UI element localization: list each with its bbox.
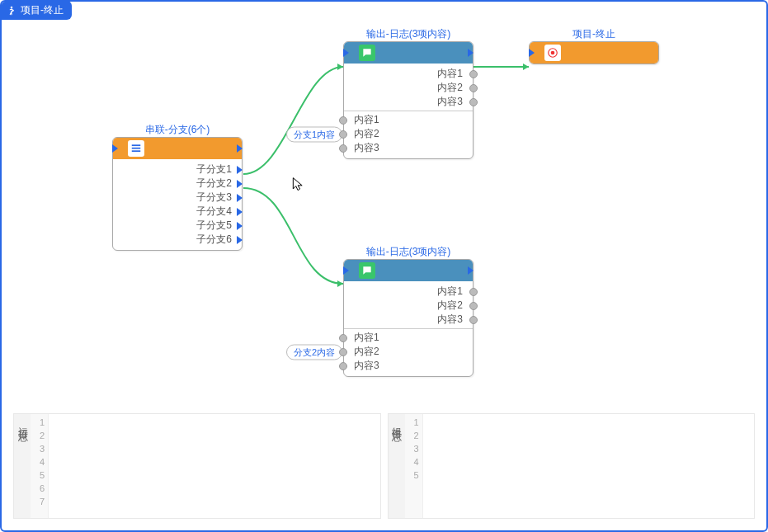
run-log-title: 运行日志 <box>14 414 31 518</box>
data-out-port[interactable] <box>469 98 478 106</box>
data-in-port[interactable] <box>339 116 347 125</box>
node-log2[interactable]: 输出-日志(3项内容) 内容1 内容2 内容3 分支2内容 内容1 内容2 内容… <box>343 259 474 377</box>
data-in-port[interactable] <box>339 362 347 370</box>
node-terminate[interactable]: 项目-终止 <box>529 41 659 64</box>
log-out-row: 内容1 <box>344 285 473 299</box>
branch-out-port[interactable] <box>237 194 243 202</box>
branch-row: 子分支2 <box>113 177 242 191</box>
node-log1-header[interactable] <box>344 42 473 64</box>
node-log1[interactable]: 输出-日志(3项内容) 内容1 内容2 内容3 分支1内容 内容1 内容2 内容… <box>343 41 474 159</box>
branch-row: 子分支6 <box>113 233 242 247</box>
log-out-row: 内容3 <box>344 313 473 327</box>
flow-out-port[interactable] <box>468 49 474 57</box>
data-out-port[interactable] <box>469 316 478 324</box>
svg-rect-5 <box>132 148 141 149</box>
log-panels: 运行日志 1 2 3 4 5 6 7 组件日志 1 2 3 4 <box>13 413 755 519</box>
data-in-port[interactable] <box>339 144 347 153</box>
data-out-port[interactable] <box>469 302 478 310</box>
branch-list-icon <box>128 140 144 157</box>
node-branch[interactable]: 串联-分支(6个) 子分支1 子分支2 子分支3 子分支4 子分支5 子分支6 <box>112 137 243 251</box>
log-in-row: 内容2 <box>344 127 473 141</box>
log-in-row: 内容1 <box>344 331 473 345</box>
svg-point-8 <box>551 51 555 55</box>
component-log-title: 组件日志 <box>389 414 405 518</box>
log-in-row: 内容1 <box>344 113 473 127</box>
log-in-row: 内容3 <box>344 359 473 373</box>
run-log-content[interactable] <box>49 414 380 518</box>
node-terminate-header[interactable] <box>530 42 658 64</box>
node-branch-title: 串联-分支(6个) <box>113 123 242 137</box>
svg-marker-1 <box>337 64 343 70</box>
log2-section-label: 分支2内容 <box>286 344 342 360</box>
svg-marker-2 <box>337 280 343 287</box>
log1-section-label: 分支1内容 <box>286 126 342 142</box>
run-person-icon <box>6 5 17 16</box>
log-out-row: 内容1 <box>344 67 473 81</box>
flow-out-port[interactable] <box>468 266 474 275</box>
component-log-panel[interactable]: 组件日志 1 2 3 4 5 <box>388 413 756 519</box>
component-log-gutter: 1 2 3 4 5 <box>405 414 423 518</box>
run-log-gutter: 1 2 3 4 5 6 7 <box>31 414 49 518</box>
branch-row: 子分支5 <box>113 219 242 233</box>
log-chat-icon <box>359 262 375 279</box>
branch-out-port[interactable] <box>237 208 243 216</box>
node-log2-header[interactable] <box>344 260 473 281</box>
data-out-port[interactable] <box>469 70 478 78</box>
branch-row: 子分支1 <box>113 162 242 177</box>
data-out-port[interactable] <box>469 288 478 296</box>
log-out-row: 内容3 <box>344 95 473 109</box>
run-log-panel[interactable]: 运行日志 1 2 3 4 5 6 7 <box>13 413 381 519</box>
flow-in-port[interactable] <box>343 266 349 275</box>
log-in-row: 内容3 <box>344 141 473 155</box>
canvas-title-text: 项目-终止 <box>21 3 64 17</box>
data-out-port[interactable] <box>469 84 478 92</box>
branch-out-port[interactable] <box>237 180 243 188</box>
node-branch-header[interactable] <box>113 138 242 159</box>
component-log-content[interactable] <box>423 414 755 518</box>
log-out-row: 内容2 <box>344 299 473 313</box>
data-in-port[interactable] <box>339 130 347 139</box>
svg-rect-6 <box>132 150 141 152</box>
branch-out-port[interactable] <box>237 236 243 244</box>
canvas-title-tab: 项目-终止 <box>1 1 72 20</box>
node-log1-title: 输出-日志(3项内容) <box>344 27 473 41</box>
log-out-row: 内容2 <box>344 81 473 95</box>
log-in-row: 内容2 <box>344 345 473 359</box>
branch-out-port[interactable] <box>237 166 243 174</box>
log-chat-icon <box>359 45 375 61</box>
svg-rect-4 <box>132 144 141 146</box>
node-log2-title: 输出-日志(3项内容) <box>344 245 473 259</box>
data-in-port[interactable] <box>339 348 347 356</box>
svg-point-0 <box>11 6 13 8</box>
branch-out-port[interactable] <box>237 222 243 230</box>
branch-row: 子分支3 <box>113 191 242 205</box>
canvas-area[interactable]: 串联-分支(6个) 子分支1 子分支2 子分支3 子分支4 子分支5 子分支6 … <box>13 21 755 519</box>
node-terminate-title: 项目-终止 <box>530 27 658 41</box>
flow-out-port[interactable] <box>237 144 243 153</box>
mouse-cursor-icon <box>290 177 307 193</box>
workflow-canvas: 项目-终止 串联-分支(6个) 子分支1 <box>0 0 768 532</box>
flow-in-port[interactable] <box>112 144 118 153</box>
svg-marker-3 <box>523 64 529 70</box>
flow-in-port[interactable] <box>343 49 349 57</box>
branch-row: 子分支4 <box>113 205 242 219</box>
stop-target-icon <box>544 45 561 61</box>
data-in-port[interactable] <box>339 334 347 342</box>
flow-in-port[interactable] <box>529 49 535 57</box>
